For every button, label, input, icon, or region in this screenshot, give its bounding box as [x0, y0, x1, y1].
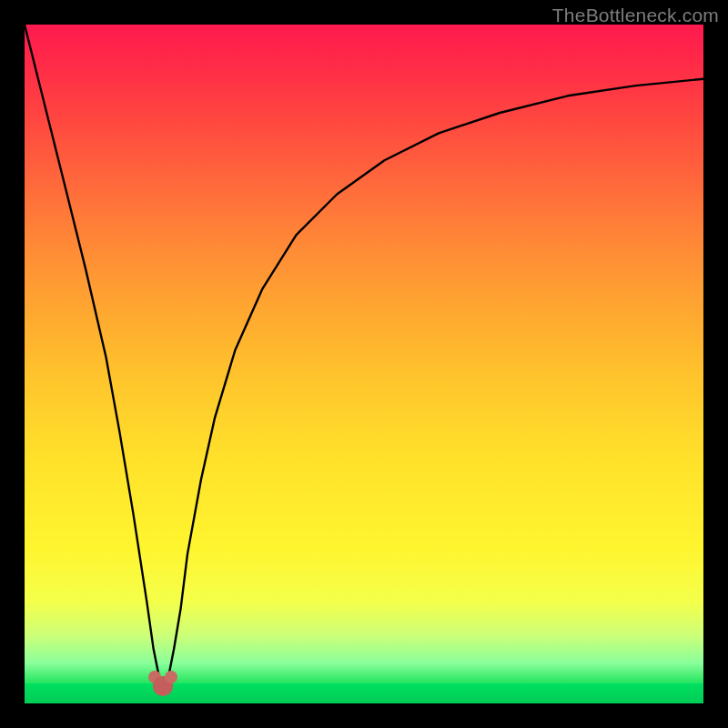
curve-marker-point [165, 671, 177, 683]
bottleneck-curve [25, 25, 703, 703]
watermark-text: TheBottleneck.com [552, 5, 719, 26]
chart-frame: TheBottleneck.com [0, 0, 728, 728]
plot-area [25, 25, 703, 703]
